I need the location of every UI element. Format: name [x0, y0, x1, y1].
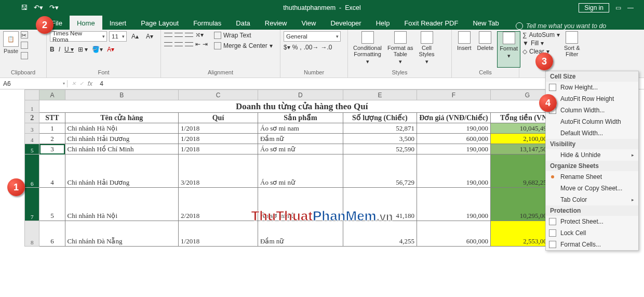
menu-autofit-row-height[interactable]: AutoFit Row Height [546, 93, 638, 105]
menu-default-width[interactable]: Default Width... [546, 127, 638, 139]
col-header-f[interactable]: F [417, 90, 490, 100]
cell[interactable]: 4,255 [343, 221, 417, 247]
row-header[interactable]: 7 [25, 188, 39, 221]
header-cell[interactable]: STT [39, 113, 65, 123]
minimize-icon[interactable]: — [627, 4, 634, 11]
undo-icon[interactable]: ↶▾ [34, 4, 43, 11]
save-icon[interactable]: 🖫 [21, 4, 28, 11]
format-as-table-button[interactable]: Format as Table▾ [385, 31, 415, 68]
menu-protect-sheet[interactable]: Protect Sheet... [546, 216, 638, 227]
bold-button[interactable]: B [50, 46, 55, 53]
increase-decimal-icon[interactable]: .00→ [304, 44, 319, 51]
align-middle-icon[interactable] [175, 31, 183, 38]
cell[interactable]: 3/2018 [179, 154, 258, 188]
header-cell[interactable]: Đơn giá (VNĐ/Chiếc) [417, 113, 490, 123]
cell[interactable]: 3,500 [343, 134, 417, 144]
tab-review[interactable]: Review [258, 16, 294, 30]
cell[interactable]: 1/2018 [179, 144, 258, 154]
menu-format-cells[interactable]: Format Cells... [546, 239, 638, 250]
header-cell[interactable]: Số lượng (Chiếc) [343, 113, 417, 123]
col-header-d[interactable]: D [258, 90, 343, 100]
accounting-icon[interactable]: $▾ [284, 44, 290, 51]
border-button[interactable]: ⊞ ▾ [78, 46, 88, 53]
tab-foxit[interactable]: Foxit Reader PDF [397, 16, 465, 30]
cell[interactable]: 3 [39, 144, 65, 154]
cell[interactable]: 600,000 [417, 221, 490, 247]
menu-rename-sheet[interactable]: Rename Sheet [546, 171, 638, 183]
cell[interactable]: 56,729 [343, 154, 417, 188]
font-family-combo[interactable]: Times New Roma [50, 31, 107, 42]
align-left-icon[interactable] [164, 41, 172, 48]
conditional-formatting-button[interactable]: Conditional Formatting▾ [351, 31, 384, 68]
decrease-font-icon[interactable]: A▾ [143, 31, 156, 42]
align-right-icon[interactable] [185, 41, 193, 48]
fx-label[interactable]: fx [68, 80, 97, 87]
comma-icon[interactable]: , [300, 44, 301, 51]
tab-data[interactable]: Data [229, 16, 257, 30]
row-header[interactable]: 4 [25, 134, 39, 144]
tab-help[interactable]: Help [369, 16, 397, 30]
header-cell[interactable]: Quí [179, 113, 258, 123]
fill-color-button[interactable]: 🪣▾ [92, 46, 103, 53]
row-header[interactable]: 2 [25, 113, 39, 123]
cell[interactable]: 190,000 [417, 144, 490, 154]
cell[interactable]: 190,000 [417, 154, 490, 188]
sign-in-button[interactable]: Sign in [579, 3, 609, 12]
orientation-icon[interactable]: ⤭▾ [195, 31, 204, 38]
align-bottom-icon[interactable] [185, 31, 193, 38]
tell-me-search[interactable]: Tell me what you want to do [516, 22, 607, 30]
row-header[interactable]: 5 [25, 144, 39, 154]
sheet-title[interactable]: Doanh thu từng cửa hàng theo Quí [39, 100, 565, 113]
cell[interactable]: Chi nhánh Hồ Chí Minh [65, 144, 179, 154]
align-top-icon[interactable] [164, 31, 172, 38]
cell[interactable]: 1/2018 [179, 221, 258, 247]
tab-view[interactable]: View [294, 16, 323, 30]
cell[interactable]: Chi nhánh Hà Nội [65, 188, 179, 221]
cell[interactable]: Chi nhánh Hà Nội [65, 123, 179, 134]
underline-button[interactable]: U ▾ [64, 46, 74, 53]
cell[interactable]: Áo sơ mi nữ [258, 144, 343, 154]
tab-new[interactable]: New Tab [465, 16, 506, 30]
tab-developer[interactable]: Developer [323, 16, 368, 30]
tab-home[interactable]: Home [70, 16, 102, 30]
cell[interactable]: 6 [39, 221, 65, 247]
cell[interactable]: 2/2018 [179, 188, 258, 221]
cell[interactable]: 52,871 [343, 123, 417, 134]
decrease-decimal-icon[interactable]: →.0 [320, 44, 332, 51]
cell[interactable]: Chi nhánh Hải Dương [65, 134, 179, 144]
menu-column-width[interactable]: Column Width... [546, 105, 638, 116]
increase-indent-icon[interactable]: ⇥ [203, 41, 208, 48]
row-header[interactable]: 1 [25, 100, 39, 113]
cell[interactable]: Áo sơ mi nam [258, 123, 343, 134]
wrap-text-button[interactable]: Wrap Text [213, 31, 274, 40]
menu-tab-color[interactable]: Tab Color [546, 194, 638, 205]
header-cell[interactable]: Tên cửa hàng [65, 113, 179, 123]
col-header-a[interactable]: A [39, 90, 65, 100]
row-header[interactable]: 6 [25, 154, 39, 188]
cell[interactable]: 190,000 [417, 188, 490, 221]
select-all-corner[interactable] [25, 90, 39, 100]
copy-icon[interactable] [21, 42, 28, 49]
ribbon-options-icon[interactable]: ▭ [615, 4, 621, 11]
sort-filter-button[interactable]: Sort & Filter [562, 31, 582, 68]
cell[interactable]: Chi nhánh Đà Nẵng [65, 221, 179, 247]
header-cell[interactable]: Sản phẩm [258, 113, 343, 123]
paste-icon[interactable]: 📋 [3, 31, 19, 47]
font-color-button[interactable]: A▾ [107, 46, 114, 53]
cell[interactable]: Chi nhánh Hải Dương [65, 154, 179, 188]
menu-row-height[interactable]: Row Height... [546, 82, 638, 93]
autosum-button[interactable]: ∑AutoSum ▾ [522, 31, 560, 38]
cell-styles-button[interactable]: Cell Styles▾ [417, 31, 437, 68]
percent-icon[interactable]: % [292, 44, 298, 51]
increase-font-icon[interactable]: A▴ [129, 31, 141, 42]
cut-icon[interactable]: ✂ [21, 31, 28, 38]
menu-hide-unhide[interactable]: Hide & Unhide [546, 149, 638, 161]
col-header-e[interactable]: E [343, 90, 417, 100]
delete-cells-button[interactable]: Delete [475, 31, 496, 68]
menu-autofit-column-width[interactable]: AutoFit Column Width [546, 116, 638, 127]
cell[interactable]: 1 [39, 123, 65, 134]
cell[interactable]: 4 [39, 154, 65, 188]
name-box[interactable]: A6 [0, 80, 68, 87]
cell[interactable]: 2 [39, 134, 65, 144]
cell[interactable]: Áo sơ mi nữ [258, 154, 343, 188]
